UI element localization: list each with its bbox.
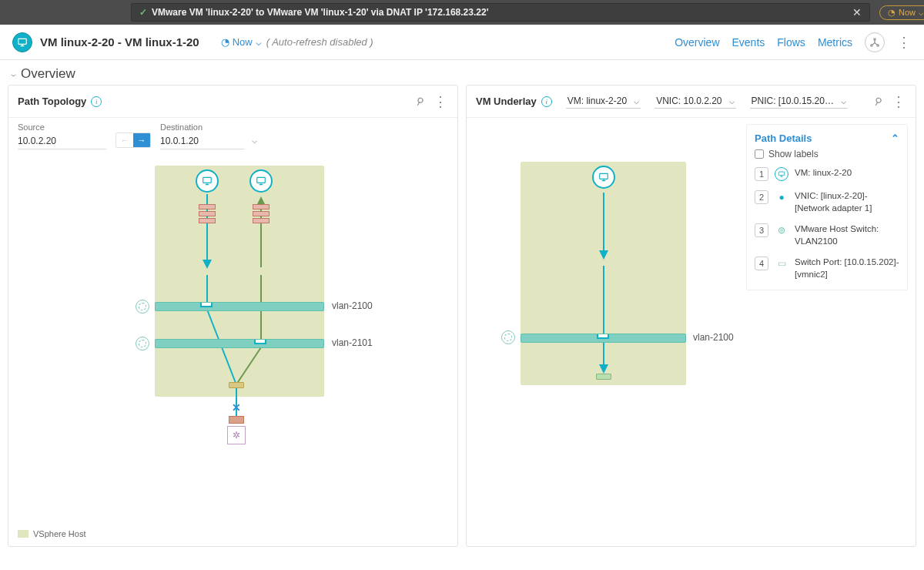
svg-rect-14 xyxy=(600,173,608,179)
step-number: 2 xyxy=(755,190,768,204)
topbar-actions: ◔ Now ⌵ ⌕ ⚲ xyxy=(879,5,924,20)
section-overview-toggle[interactable]: ⌵ Overview xyxy=(0,60,924,85)
arrow-left-icon[interactable]: ← xyxy=(116,133,133,147)
time-now-pill[interactable]: ◔ Now ⌵ xyxy=(879,5,924,20)
more-icon[interactable]: ⋮ xyxy=(434,93,448,110)
topology-canvas[interactable]: vlan-2100 vlan-2101 VSphere Host xyxy=(8,159,457,546)
source-input[interactable] xyxy=(18,133,106,149)
breadcrumb: ✓ VMware VM 'linux-2-20' to VMware VM 'l… xyxy=(131,3,870,22)
pnic-select[interactable]: PNIC: [10.0.15.20… xyxy=(750,94,848,109)
svg-rect-15 xyxy=(778,172,785,176)
svg-rect-0 xyxy=(18,39,27,44)
time-selector[interactable]: ◔ Now ⌵ xyxy=(221,36,262,48)
more-icon[interactable]: ⋮ xyxy=(897,34,912,51)
collapse-icon[interactable]: ⌃ xyxy=(891,132,899,144)
source-label: Source xyxy=(18,122,106,132)
chevron-down-icon: ⌵ xyxy=(256,36,262,48)
vm-node[interactable] xyxy=(592,166,615,189)
vm-icon xyxy=(12,32,32,52)
check-icon: ✓ xyxy=(139,7,147,18)
switch-node[interactable] xyxy=(229,382,244,388)
time-label: Now xyxy=(233,36,253,48)
cross-icon xyxy=(232,401,243,412)
svg-rect-10 xyxy=(257,177,266,183)
section-overview-label: Overview xyxy=(21,66,75,82)
step-number: 3 xyxy=(755,223,768,237)
show-labels-toggle[interactable]: Show labels xyxy=(755,149,899,159)
show-labels-label: Show labels xyxy=(768,149,819,159)
panel-title: Path Topology xyxy=(18,96,86,107)
vlan-label: vlan-2101 xyxy=(332,337,373,348)
vlan-icon[interactable] xyxy=(501,330,515,344)
destination-field[interactable]: Destination xyxy=(160,122,245,149)
sub-header: VM linux-2-20 - VM linux-1-20 ◔ Now ⌵ ( … xyxy=(0,25,924,60)
step-label: VNIC: [linux-2-20]-[Network adapter 1] xyxy=(795,190,899,214)
tab-nav: Overview Events Flows Metrics ⋮ xyxy=(675,32,912,52)
vnic-select[interactable]: VNIC: 10.0.2.20 xyxy=(654,94,735,109)
pin-icon[interactable]: ⚲ xyxy=(872,95,885,109)
step-label: VM: linux-2-20 xyxy=(795,167,899,179)
path-step[interactable]: 1 VM: linux-2-20 xyxy=(755,167,899,181)
breadcrumb-text: VMware VM 'linux-2-20' to VMware VM 'lin… xyxy=(152,7,846,18)
vm-node-source[interactable] xyxy=(196,169,219,193)
switch-port-icon xyxy=(775,256,788,270)
page-title: VM linux-2-20 - VM linux-1-20 xyxy=(40,35,199,49)
info-icon[interactable]: i xyxy=(541,96,552,107)
tab-metrics[interactable]: Metrics xyxy=(818,36,852,49)
path-step[interactable]: 4 Switch Port: [10.0.15.202]-[vmnic2] xyxy=(755,256,899,280)
destination-label: Destination xyxy=(160,122,245,132)
destination-input[interactable] xyxy=(160,133,245,149)
svg-point-1 xyxy=(874,38,875,39)
path-step[interactable]: 2 VNIC: [linux-2-20]-[Network adapter 1] xyxy=(755,190,899,214)
vm-icon xyxy=(775,167,788,181)
host-switch-icon xyxy=(775,223,788,237)
path-details-title: Path Details xyxy=(755,132,812,144)
more-icon[interactable]: ⋮ xyxy=(892,93,906,110)
nic-stack[interactable] xyxy=(199,204,216,223)
vm-node-dest[interactable] xyxy=(249,169,273,193)
svg-point-3 xyxy=(877,44,879,45)
topology-icon[interactable] xyxy=(865,32,885,52)
vlan-bar-2101[interactable] xyxy=(155,339,324,348)
vlan-icon[interactable] xyxy=(136,337,149,350)
switch-port[interactable] xyxy=(229,416,244,424)
panel-vm-underlay: VM Underlay i VM: linux-2-20 VNIC: 10.0.… xyxy=(466,85,916,547)
vswitch-port-icon xyxy=(597,334,609,339)
step-number: 4 xyxy=(755,256,768,270)
tab-events[interactable]: Events xyxy=(732,36,765,49)
auto-refresh-label: ( Auto-refresh disabled ) xyxy=(266,36,373,48)
source-field: Source xyxy=(18,122,106,149)
step-label: Switch Port: [10.0.15.202]-[vmnic2] xyxy=(795,256,899,280)
path-details-card: Path Details ⌃ Show labels 1 VM: linux-2… xyxy=(746,124,908,290)
vlan-icon[interactable] xyxy=(136,300,149,314)
arrow-right-icon[interactable]: → xyxy=(133,133,150,147)
nic-stack[interactable] xyxy=(253,204,270,223)
step-number: 1 xyxy=(755,167,768,181)
panel-path-topology: Path Topology i ⚲ ⋮ Source ← → Destinati… xyxy=(8,85,458,547)
vlan-label: vlan-2100 xyxy=(693,332,734,343)
svg-point-2 xyxy=(871,44,872,45)
svg-rect-9 xyxy=(203,177,212,183)
checkbox[interactable] xyxy=(755,149,764,159)
vlan-bar-2100[interactable] xyxy=(155,302,324,311)
vnic-icon xyxy=(775,190,788,204)
clock-icon: ◔ xyxy=(221,36,229,48)
vm-select[interactable]: VM: linux-2-20 xyxy=(566,94,641,109)
close-icon[interactable]: ✕ xyxy=(852,6,862,18)
vlan-label: vlan-2100 xyxy=(332,300,373,311)
tab-flows[interactable]: Flows xyxy=(777,36,805,49)
direction-toggle[interactable]: ← → xyxy=(116,132,151,148)
vswitch-port-icon xyxy=(200,303,213,307)
path-step[interactable]: 3 VMware Host Switch: VLAN2100 xyxy=(755,223,899,247)
pin-icon[interactable]: ⚲ xyxy=(414,95,427,109)
now-label: Now xyxy=(899,8,916,17)
router-node[interactable] xyxy=(227,426,246,444)
panel-title: VM Underlay xyxy=(476,96,537,107)
vswitch-port-icon xyxy=(254,340,266,344)
step-label: VMware Host Switch: VLAN2100 xyxy=(795,223,899,247)
chevron-down-icon: ⌵ xyxy=(11,70,16,77)
clock-icon: ◔ xyxy=(888,8,896,18)
switch-port-node[interactable] xyxy=(596,374,611,380)
tab-overview[interactable]: Overview xyxy=(675,36,719,49)
info-icon[interactable]: i xyxy=(91,96,102,107)
